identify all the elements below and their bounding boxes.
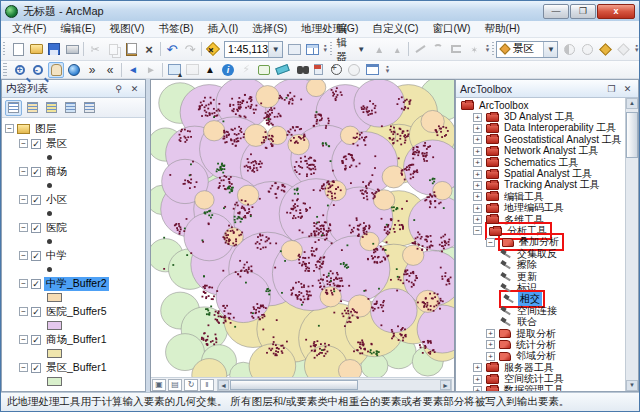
scroll-right-icon[interactable]: ► bbox=[440, 380, 451, 390]
collapse-icon[interactable]: − bbox=[19, 251, 28, 260]
toolbox-tool-row[interactable]: 空间连接 bbox=[458, 305, 625, 316]
scrollbar-thumb[interactable] bbox=[626, 112, 638, 158]
point-symbol[interactable] bbox=[47, 239, 52, 244]
expand-icon[interactable]: + bbox=[473, 363, 482, 372]
refresh-view-button[interactable]: ↻ bbox=[184, 379, 198, 391]
layer-label[interactable]: 中学_Buffer2 bbox=[44, 277, 109, 291]
select-elements-icon[interactable] bbox=[202, 62, 218, 78]
toc-layer-row[interactable]: −✓商场 bbox=[5, 164, 145, 179]
menu-item-4[interactable]: 插入(I) bbox=[200, 21, 245, 37]
collapse-icon[interactable]: − bbox=[19, 195, 28, 204]
toolbox-tool-row[interactable]: 更新 bbox=[458, 271, 625, 282]
layer-visibility-checkbox[interactable]: ✓ bbox=[31, 195, 41, 205]
toolbar-overflow-icon[interactable]: ▪▾ bbox=[485, 41, 490, 57]
layer-label[interactable]: 医院_Buffer5 bbox=[44, 305, 109, 319]
close-button[interactable]: x bbox=[597, 4, 635, 19]
arctoolbox-scrollbar[interactable]: ▲ ▼ bbox=[625, 98, 638, 391]
open-icon[interactable] bbox=[28, 41, 44, 57]
expand-icon[interactable]: + bbox=[473, 181, 482, 190]
collapse-icon[interactable]: − bbox=[19, 279, 28, 288]
expand-icon[interactable]: + bbox=[473, 170, 482, 179]
pan-icon[interactable] bbox=[48, 62, 64, 78]
select-features-icon[interactable] bbox=[166, 62, 182, 78]
toc-root-label[interactable]: 图层 bbox=[33, 122, 58, 136]
expand-icon[interactable]: + bbox=[473, 386, 482, 391]
layer-label[interactable]: 商场_Buffer1 bbox=[44, 333, 109, 347]
measure-icon[interactable] bbox=[274, 62, 290, 78]
menu-item-9[interactable]: 帮助(H) bbox=[478, 21, 528, 37]
collapse-icon[interactable]: − bbox=[19, 307, 28, 316]
point-symbol[interactable] bbox=[47, 267, 52, 272]
layer-visibility-checkbox[interactable]: ✓ bbox=[31, 167, 41, 177]
toolbox-tool-row[interactable]: 交集取反 bbox=[458, 248, 625, 259]
layer-visibility-checkbox[interactable]: ✓ bbox=[31, 335, 41, 345]
topology-layer-combo[interactable]: 景区 ▼ bbox=[496, 41, 559, 58]
toc-layer-row[interactable]: −✓医院 bbox=[5, 220, 145, 235]
data-view-button[interactable]: ▣ bbox=[152, 379, 166, 391]
menu-item-1[interactable]: 编辑(E) bbox=[53, 21, 102, 37]
collapse-icon[interactable]: − bbox=[19, 223, 28, 232]
polygon-symbol-swatch[interactable] bbox=[47, 349, 62, 358]
scroll-down-icon[interactable]: ▼ bbox=[626, 380, 638, 391]
polygon-symbol-swatch[interactable] bbox=[47, 293, 62, 302]
map-horizontal-scrollbar[interactable]: ◄ ► bbox=[217, 379, 452, 391]
expand-icon[interactable]: + bbox=[473, 375, 482, 384]
layer-label[interactable]: 中学 bbox=[44, 249, 69, 263]
collapse-icon[interactable]: − bbox=[19, 139, 28, 148]
layer-visibility-checkbox[interactable]: ✓ bbox=[31, 251, 41, 261]
polygon-symbol-swatch[interactable] bbox=[47, 321, 62, 330]
menu-item-8[interactable]: 窗口(W) bbox=[426, 21, 478, 37]
polygon-symbol-swatch[interactable] bbox=[47, 377, 62, 386]
menu-item-3[interactable]: 书签(B) bbox=[151, 21, 200, 37]
html-popup-icon[interactable] bbox=[256, 62, 272, 78]
pause-drawing-button[interactable]: ‖ bbox=[200, 379, 214, 391]
fixed-zoom-out-icon[interactable] bbox=[102, 62, 118, 78]
expand-icon[interactable]: + bbox=[473, 124, 482, 133]
toc-layer-row[interactable]: −✓景区 bbox=[5, 136, 145, 151]
new-icon[interactable] bbox=[10, 41, 26, 57]
layout-view-button[interactable]: ▤ bbox=[168, 379, 182, 391]
zoom-out-icon[interactable]: - bbox=[30, 62, 46, 78]
layer-visibility-checkbox[interactable]: ✓ bbox=[31, 223, 41, 233]
add-data-icon[interactable] bbox=[205, 41, 221, 57]
collapse-icon[interactable]: − bbox=[19, 335, 28, 344]
tree-item-label[interactable]: 数据管理工具 bbox=[502, 383, 566, 391]
toolbar-overflow-icon[interactable]: ▪▾ bbox=[323, 41, 328, 57]
list-by-visibility-button[interactable] bbox=[43, 100, 60, 116]
layer-label[interactable]: 景区_Buffer1 bbox=[44, 361, 109, 375]
layer-visibility-checkbox[interactable]: ✓ bbox=[31, 307, 41, 317]
expand-icon[interactable]: + bbox=[486, 352, 495, 361]
expand-icon[interactable]: + bbox=[473, 113, 482, 122]
expand-icon[interactable]: + bbox=[486, 329, 495, 338]
expand-icon[interactable]: + bbox=[473, 158, 482, 167]
menu-item-5[interactable]: 选择(S) bbox=[245, 21, 294, 37]
layer-visibility-checkbox[interactable]: ✓ bbox=[31, 139, 41, 149]
find-icon[interactable] bbox=[292, 62, 308, 78]
list-by-selection-button[interactable] bbox=[62, 100, 79, 116]
editor-toolbar-icon[interactable] bbox=[286, 41, 302, 57]
toolbar-grip[interactable] bbox=[3, 42, 5, 56]
collapse-icon[interactable]: − bbox=[19, 167, 28, 176]
expand-icon[interactable]: + bbox=[486, 340, 495, 349]
layer-label[interactable]: 小区 bbox=[44, 193, 69, 207]
expand-icon[interactable]: + bbox=[473, 215, 482, 224]
map-scale-combo[interactable]: 1:45,113 ▼ bbox=[224, 41, 283, 58]
list-by-drawing-order-button[interactable] bbox=[5, 100, 22, 116]
toc-layer-row[interactable]: −✓小区 bbox=[5, 192, 145, 207]
fixed-zoom-in-icon[interactable] bbox=[84, 62, 100, 78]
minimize-button[interactable]: — bbox=[543, 4, 569, 19]
print-icon[interactable] bbox=[64, 41, 80, 57]
layer-label[interactable]: 景区 bbox=[44, 137, 69, 151]
toolbox-tool-row[interactable]: 擦除 bbox=[458, 259, 625, 270]
layer-visibility-checkbox[interactable]: ✓ bbox=[31, 279, 41, 289]
expand-icon[interactable]: + bbox=[473, 192, 482, 201]
toc-options-button[interactable] bbox=[81, 100, 98, 116]
collapse-icon[interactable]: − bbox=[486, 238, 495, 247]
layer-label[interactable]: 医院 bbox=[44, 221, 69, 235]
point-symbol[interactable] bbox=[47, 211, 52, 216]
undo-icon[interactable] bbox=[164, 41, 180, 57]
close-icon[interactable]: ✕ bbox=[128, 83, 141, 95]
menu-item-7[interactable]: 自定义(C) bbox=[366, 21, 426, 37]
float-window-icon[interactable]: ❐ bbox=[605, 83, 618, 95]
validate-topology-icon[interactable] bbox=[597, 41, 613, 57]
